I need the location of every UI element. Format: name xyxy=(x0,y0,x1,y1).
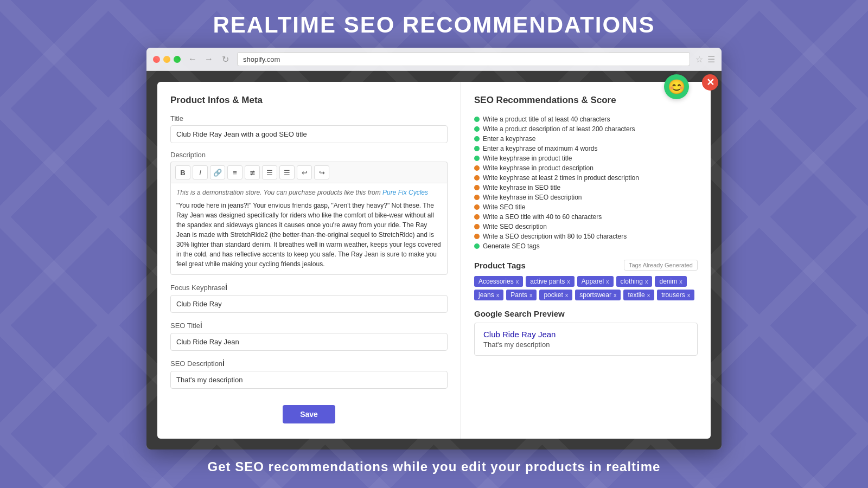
close-button[interactable]: ✕ xyxy=(702,74,718,91)
modal: ✕ 😊 Product Infos & Meta Title Descripti… xyxy=(157,82,711,439)
seo-title-info-icon[interactable]: i xyxy=(200,320,202,330)
description-editor[interactable]: This is a demonstration store. You can p… xyxy=(170,183,448,275)
title-label: Title xyxy=(170,114,448,123)
keyphrase-input[interactable] xyxy=(170,295,448,313)
rec-text: Enter a keyphrase of maximum 4 words xyxy=(483,145,597,152)
tag-label: pocket xyxy=(544,291,563,299)
tags-generated-button[interactable]: Tags Already Generated xyxy=(624,260,698,271)
recommendation-item: Write a SEO description with 80 to 150 c… xyxy=(474,232,698,241)
tag-label: textile xyxy=(628,291,644,299)
tag-remove-button[interactable]: x xyxy=(567,278,570,285)
tags-title: Product Tags xyxy=(474,261,526,270)
product-tag: Apparelx xyxy=(577,276,614,287)
recommendation-item: Write keyhrase in SEO description xyxy=(474,192,698,202)
editor-toolbar: B I 🔗 ≡ ≢ ☰ ☰ ↩ ↪ xyxy=(170,162,448,183)
italic-button[interactable]: I xyxy=(193,165,208,179)
maximize-traffic-light[interactable] xyxy=(174,56,181,63)
product-tag: denimx xyxy=(655,276,686,287)
tag-remove-button[interactable]: x xyxy=(647,292,650,298)
refresh-button[interactable]: ↻ xyxy=(219,53,232,66)
tag-label: sportswear xyxy=(579,291,611,299)
demo-text: This is a demonstration store. You can p… xyxy=(176,189,442,196)
tag-label: Apparel xyxy=(582,278,604,285)
status-dot xyxy=(474,185,480,190)
keyphrase-label: Focus Keyphrase xyxy=(170,284,225,292)
seo-desc-info-icon[interactable]: i xyxy=(222,358,225,368)
tag-remove-button[interactable]: x xyxy=(529,292,533,298)
keyphrase-info-icon[interactable]: i xyxy=(225,282,227,292)
rec-text: Write a product description of at least … xyxy=(483,125,635,133)
status-dot xyxy=(474,214,480,220)
save-button[interactable]: Save xyxy=(283,405,335,423)
address-bar[interactable]: shopify.com xyxy=(237,52,690,66)
product-tag: Pantsx xyxy=(506,290,537,300)
left-panel-title: Product Infos & Meta xyxy=(170,95,448,106)
url-text: shopify.com xyxy=(243,55,280,63)
recommendation-item: Write keyhrase in SEO title xyxy=(474,183,698,192)
seo-rec-title: SEO Recommendations & Score xyxy=(474,95,698,106)
page-title: REALTIME SEO RECOMMENDATIONS xyxy=(0,12,868,38)
google-preview-box: Club Ride Ray Jean That's my description xyxy=(474,323,698,356)
recommendation-item: Write a SEO title with 40 to 60 characte… xyxy=(474,212,698,222)
menu-icon[interactable]: ☰ xyxy=(707,54,715,65)
link-button[interactable]: 🔗 xyxy=(210,165,225,179)
tag-remove-button[interactable]: x xyxy=(679,278,682,285)
status-dot xyxy=(474,165,480,171)
undo-button[interactable]: ↩ xyxy=(297,165,312,179)
seo-title-label: SEO Title xyxy=(170,322,200,330)
preview-link: Club Ride Ray Jean xyxy=(483,330,688,339)
back-button[interactable]: ← xyxy=(186,53,199,66)
align-right-button[interactable]: ☰ xyxy=(279,165,295,179)
modal-right-panel: SEO Recommendations & Score Write a prod… xyxy=(461,82,711,439)
tag-remove-button[interactable]: x xyxy=(606,278,609,285)
status-dot xyxy=(474,117,480,122)
rec-text: Write SEO description xyxy=(483,223,547,230)
status-dot xyxy=(474,136,480,142)
tag-remove-button[interactable]: x xyxy=(645,278,648,285)
ordered-list-button[interactable]: ≢ xyxy=(245,165,260,179)
modal-left-panel: Product Infos & Meta Title Description B… xyxy=(157,82,461,439)
tag-remove-button[interactable]: x xyxy=(496,292,500,298)
tags-container: Accessoriesxactive pantsxApparelxclothin… xyxy=(474,276,698,300)
tag-label: active pants xyxy=(530,278,565,285)
forward-button[interactable]: → xyxy=(202,53,215,66)
recommendation-item: Write a product description of at least … xyxy=(474,124,698,134)
tag-remove-button[interactable]: x xyxy=(565,292,569,298)
title-input[interactable] xyxy=(170,125,448,143)
pure-fix-link[interactable]: Pure Fix Cycles xyxy=(382,189,428,196)
seo-desc-input[interactable] xyxy=(170,371,448,389)
rec-text: Write keyphrase in product description xyxy=(483,164,593,172)
tag-remove-button[interactable]: x xyxy=(614,292,617,298)
recommendation-item: Write keyphrase in product description xyxy=(474,163,698,173)
rec-text: Write keyhrase in SEO title xyxy=(483,184,560,191)
tag-label: jeans xyxy=(478,291,494,299)
redo-button[interactable]: ↪ xyxy=(314,165,329,179)
product-tag: active pantsx xyxy=(526,276,575,287)
product-tag: jeansx xyxy=(474,290,503,300)
tag-label: denim xyxy=(659,278,677,285)
recommendation-item: Write keyphrase at least 2 times in prod… xyxy=(474,173,698,183)
align-left-button[interactable]: ☰ xyxy=(262,165,277,179)
tag-label: Pants xyxy=(510,291,527,299)
browser-window: ← → ↻ shopify.com ☆ ☰ ✕ 😊 Product Infos … xyxy=(146,48,722,450)
rec-text: Write SEO title xyxy=(483,203,525,211)
status-dot xyxy=(474,224,480,229)
browser-bar: ← → ↻ shopify.com ☆ ☰ xyxy=(146,48,722,71)
tag-remove-button[interactable]: x xyxy=(687,292,691,298)
product-tag: Accessoriesx xyxy=(474,276,523,287)
minimize-traffic-light[interactable] xyxy=(163,56,170,63)
recommendations-list: Write a product title of at least 40 cha… xyxy=(474,114,698,251)
preview-description: That's my description xyxy=(483,341,688,349)
star-icon[interactable]: ☆ xyxy=(695,54,703,65)
product-tag: textilex xyxy=(623,290,654,300)
product-tag: sportswearx xyxy=(575,290,621,300)
unordered-list-button[interactable]: ≡ xyxy=(227,165,242,179)
recommendation-item: Write a product title of at least 40 cha… xyxy=(474,114,698,124)
status-dot xyxy=(474,126,480,132)
tag-remove-button[interactable]: x xyxy=(516,278,519,285)
seo-title-input[interactable] xyxy=(170,333,448,351)
bold-button[interactable]: B xyxy=(175,165,190,179)
save-area: Save xyxy=(170,396,448,426)
recommendation-item: Enter a keyphrase xyxy=(474,134,698,144)
close-traffic-light[interactable] xyxy=(153,56,160,63)
